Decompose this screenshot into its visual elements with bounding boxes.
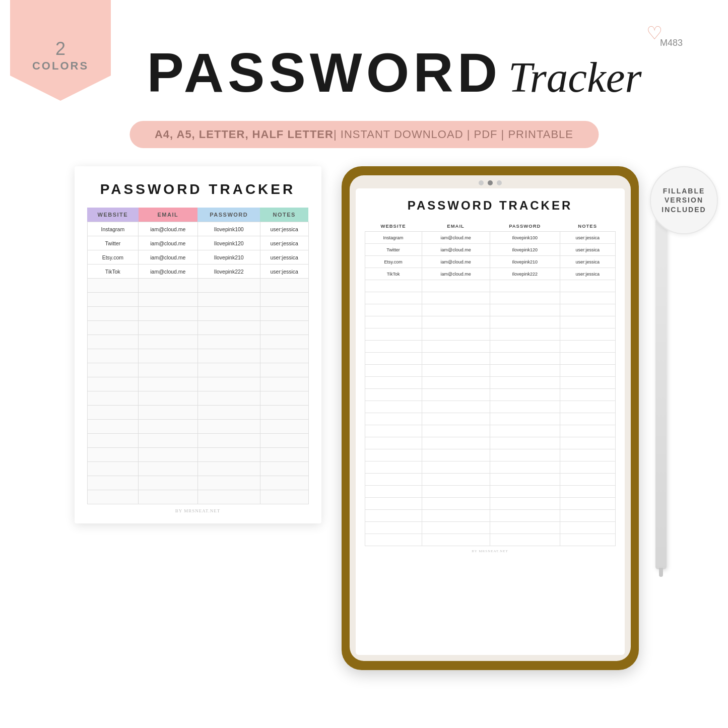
table-row (365, 292, 615, 304)
table-row: TikTokiam@cloud.meIlovepink222user:jessi… (365, 268, 615, 280)
table-row (365, 437, 615, 449)
tablet-device: PASSWORD TRACKER WEBSITE EMAIL PASSWORD … (342, 166, 639, 670)
table-row (87, 335, 308, 349)
tablet-container: PASSWORD TRACKER WEBSITE EMAIL PASSWORD … (342, 166, 654, 670)
table-row: TikTokiam@cloud.meIlovepink222user:jessi… (87, 264, 308, 279)
table-row (365, 401, 615, 413)
banner-label: COLORS (32, 59, 89, 73)
tablet-col-email: EMAIL (422, 221, 490, 232)
table-row: Etsy.comiam@cloud.meIlovepink210user:jes… (365, 256, 615, 268)
tablet-tracker-table: WEBSITE EMAIL PASSWORD NOTES Instagramia… (365, 221, 616, 546)
table-row (365, 328, 615, 341)
table-row (365, 316, 615, 328)
table-row (365, 510, 615, 522)
col-notes: NOTES (260, 208, 308, 222)
title-tracker: Tracker (508, 53, 641, 101)
table-row (365, 341, 615, 353)
col-website: WEBSITE (87, 208, 139, 222)
stylus (655, 217, 667, 569)
table-row (365, 449, 615, 461)
tablet-dot-1 (479, 180, 484, 185)
tablet-doc-title: PASSWORD TRACKER (365, 198, 616, 213)
table-row (365, 425, 615, 437)
table-row (87, 391, 308, 406)
title-area: PASSWORD Tracker (101, 40, 688, 104)
table-row (87, 476, 308, 490)
table-row (365, 474, 615, 486)
fillable-line3: INCLUDED (661, 205, 706, 214)
table-row (87, 349, 308, 363)
tablet-dot-3 (497, 180, 502, 185)
table-row (87, 377, 308, 391)
table-row (87, 420, 308, 434)
table-row (87, 363, 308, 377)
table-row: Twitteriam@cloud.meIlovepink120user:jess… (87, 236, 308, 250)
table-row (365, 413, 615, 425)
table-row (87, 321, 308, 335)
table-row: Etsy.comiam@cloud.meIlovepink210user:jes… (87, 250, 308, 264)
paper-doc-footer: BY MRSNEAT.NET (87, 508, 309, 513)
tablet-col-notes: NOTES (560, 221, 615, 232)
fillable-line2: VERSION (665, 195, 703, 205)
table-row (365, 365, 615, 377)
table-row: Instagramiam@cloud.meIlovepink100user:je… (365, 232, 615, 244)
tablet-screen: PASSWORD TRACKER WEBSITE EMAIL PASSWORD … (350, 175, 631, 661)
table-row (365, 534, 615, 546)
col-password: PASSWORD (197, 208, 260, 222)
table-row (87, 293, 308, 307)
stylus-tip (659, 568, 663, 577)
table-row (365, 353, 615, 365)
subtitle-light: | INSTANT DOWNLOAD | PDF | PRINTABLE (334, 128, 573, 141)
table-row (365, 498, 615, 510)
table-row (87, 279, 308, 293)
tablet-col-website: WEBSITE (365, 221, 422, 232)
paper-tracker-table: WEBSITE EMAIL PASSWORD NOTES Instagramia… (87, 208, 309, 504)
table-row: Twitteriam@cloud.meIlovepink120user:jess… (365, 244, 615, 256)
content-area: PASSWORD TRACKER WEBSITE EMAIL PASSWORD … (15, 166, 713, 718)
fillable-badge: FILLABLE VERSION INCLUDED (650, 166, 718, 234)
table-row (87, 307, 308, 321)
table-row (365, 522, 615, 534)
table-row (365, 389, 615, 401)
table-row (87, 406, 308, 420)
tablet-dots (350, 175, 631, 188)
fillable-line1: FILLABLE (663, 186, 705, 195)
paper-document: PASSWORD TRACKER WEBSITE EMAIL PASSWORD … (75, 166, 321, 523)
table-row (365, 280, 615, 292)
table-row (365, 377, 615, 389)
tablet-col-password: PASSWORD (490, 221, 560, 232)
col-email: EMAIL (139, 208, 197, 222)
table-row (87, 462, 308, 476)
paper-doc-title: PASSWORD TRACKER (87, 181, 309, 197)
subtitle-pill: A4, A5, LETTER, HALF LETTER| INSTANT DOW… (129, 121, 599, 148)
tablet-dot-2 (488, 180, 493, 185)
title-password: PASSWORD (147, 41, 501, 103)
table-row (365, 486, 615, 498)
table-row (87, 490, 308, 504)
table-row (87, 448, 308, 462)
banner-shape: 2 COLORS (10, 0, 111, 101)
table-row (365, 304, 615, 316)
table-row (365, 461, 615, 474)
tablet-content: PASSWORD TRACKER WEBSITE EMAIL PASSWORD … (356, 188, 625, 655)
subtitle-bold: A4, A5, LETTER, HALF LETTER (155, 128, 334, 141)
table-row (87, 434, 308, 448)
table-row: Instagramiam@cloud.meIlovepink100user:je… (87, 222, 308, 236)
banner-number: 2 (55, 38, 65, 59)
tablet-doc-footer: BY MRSNEAT.NET (365, 549, 616, 553)
